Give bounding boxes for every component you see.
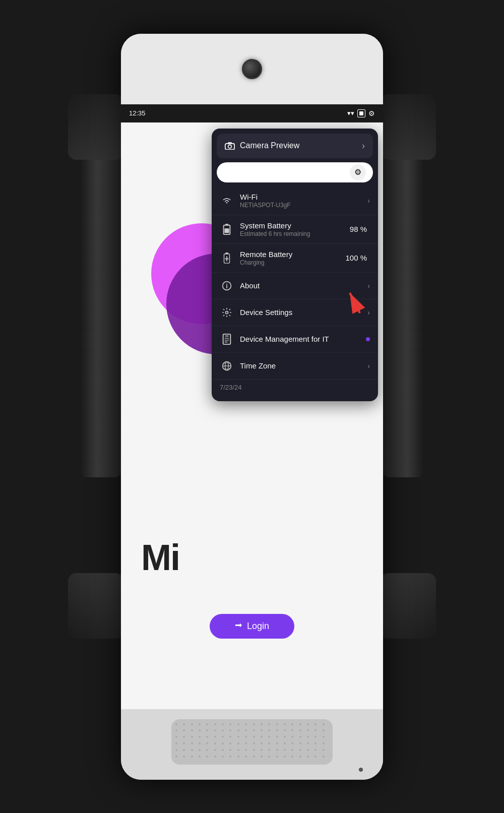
- settings-status-icon: ⚙: [368, 109, 375, 117]
- device-top-bar: [121, 34, 383, 104]
- about-icon: [220, 279, 234, 293]
- remote-battery-value: 100 %: [345, 254, 367, 262]
- right-arm: [383, 124, 423, 477]
- remote-battery-text: Remote Battery Charging: [240, 250, 345, 266]
- corner-bracket-bottom-right: [381, 573, 436, 639]
- svg-rect-4: [225, 224, 228, 225]
- svg-rect-7: [225, 253, 228, 254]
- camera-preview-row[interactable]: Camera Preview ›: [217, 134, 373, 158]
- svg-rect-15: [225, 335, 228, 336]
- svg-point-13: [226, 311, 228, 314]
- settings-panel: Camera Preview › ⚙: [212, 129, 378, 401]
- device-settings-icon: [220, 305, 234, 320]
- login-button[interactable]: ⮕ Login: [210, 614, 294, 639]
- screen: 12:35 ▾▾ ⚙ Mi: [121, 104, 383, 709]
- camera-lens: [242, 59, 262, 79]
- svg-point-2: [228, 145, 232, 148]
- camera-icon: [225, 142, 235, 150]
- status-bar: 12:35 ▾▾ ⚙: [121, 104, 383, 122]
- gear-icon: ⚙: [354, 167, 361, 177]
- menu-item-wifi[interactable]: Wi-Fi NETIASPOT-U3gF ›: [212, 186, 378, 215]
- menu-item-device-settings[interactable]: Device Settings ›: [212, 299, 378, 326]
- about-text: About: [240, 281, 367, 290]
- menu-item-device-management[interactable]: Device Management for IT: [212, 326, 378, 353]
- date-label: 7/23/24: [212, 380, 378, 393]
- wifi-status-icon: ▾▾: [347, 109, 354, 117]
- device-management-text: Device Management for IT: [240, 335, 366, 343]
- wifi-title: Wi-Fi: [240, 193, 367, 201]
- app-brand-text: Mi: [141, 537, 179, 578]
- camera-preview-chevron: ›: [362, 141, 365, 151]
- timezone-text: Time Zone: [240, 361, 367, 370]
- corner-bracket-top-right: [381, 94, 436, 160]
- status-icons: ▾▾ ⚙: [347, 109, 375, 117]
- timezone-title: Time Zone: [240, 361, 367, 370]
- device-bottom-bar: [121, 709, 383, 780]
- svg-rect-5: [224, 228, 229, 233]
- remote-battery-title: Remote Battery: [240, 250, 345, 259]
- battery-status-icon: [357, 109, 365, 117]
- search-input-wrap: ⚙: [217, 162, 373, 182]
- speaker-led: [359, 768, 363, 772]
- system-battery-value: 98 %: [350, 225, 367, 233]
- menu-item-about[interactable]: About ›: [212, 273, 378, 299]
- system-battery-text: System Battery Estimated 6 hrs remaining: [240, 221, 350, 237]
- wifi-icon: [220, 194, 234, 208]
- left-arm: [81, 124, 121, 477]
- login-icon: ⮕: [235, 621, 243, 631]
- system-battery-icon: [220, 222, 234, 236]
- wifi-text: Wi-Fi NETIASPOT-U3gF: [240, 193, 367, 209]
- about-title: About: [240, 281, 367, 290]
- camera-preview-label: Camera Preview: [240, 141, 299, 150]
- corner-bracket-top-left: [68, 94, 123, 160]
- menu-item-timezone[interactable]: Time Zone ›: [212, 353, 378, 380]
- system-battery-subtitle: Estimated 6 hrs remaining: [240, 230, 350, 237]
- device-management-icon: [220, 332, 234, 346]
- timezone-icon: [220, 359, 234, 373]
- wifi-subtitle: NETIASPOT-U3gF: [240, 202, 367, 209]
- svg-point-12: [226, 283, 227, 284]
- camera-preview-left: Camera Preview: [225, 141, 299, 150]
- corner-bracket-bottom-left: [68, 573, 123, 639]
- device-settings-title: Device Settings: [240, 308, 367, 317]
- device-settings-chevron: ›: [367, 308, 370, 317]
- search-row: ⚙: [212, 162, 378, 186]
- menu-item-remote-battery[interactable]: Remote Battery Charging 100 %: [212, 244, 378, 273]
- remote-battery-subtitle: Charging: [240, 259, 345, 266]
- speaker-grille: [171, 719, 333, 765]
- login-label: Login: [247, 621, 269, 632]
- menu-item-system-battery[interactable]: System Battery Estimated 6 hrs remaining…: [212, 215, 378, 244]
- search-gear-button[interactable]: ⚙: [350, 164, 366, 180]
- device-settings-text: Device Settings: [240, 308, 367, 317]
- timezone-chevron: ›: [367, 362, 370, 370]
- device-body: 12:35 ▾▾ ⚙ Mi: [121, 34, 383, 780]
- about-chevron: ›: [367, 282, 370, 290]
- svg-marker-1: [227, 142, 232, 144]
- system-battery-title: System Battery: [240, 221, 350, 230]
- device-frame: 12:35 ▾▾ ⚙ Mi: [96, 34, 408, 780]
- app-background: Mi ⮕ Login: [121, 122, 383, 709]
- remote-battery-icon: [220, 251, 234, 265]
- device-management-title: Device Management for IT: [240, 335, 366, 343]
- wifi-chevron: ›: [367, 197, 370, 205]
- status-time: 12:35: [129, 109, 146, 117]
- device-management-dot: [366, 337, 370, 341]
